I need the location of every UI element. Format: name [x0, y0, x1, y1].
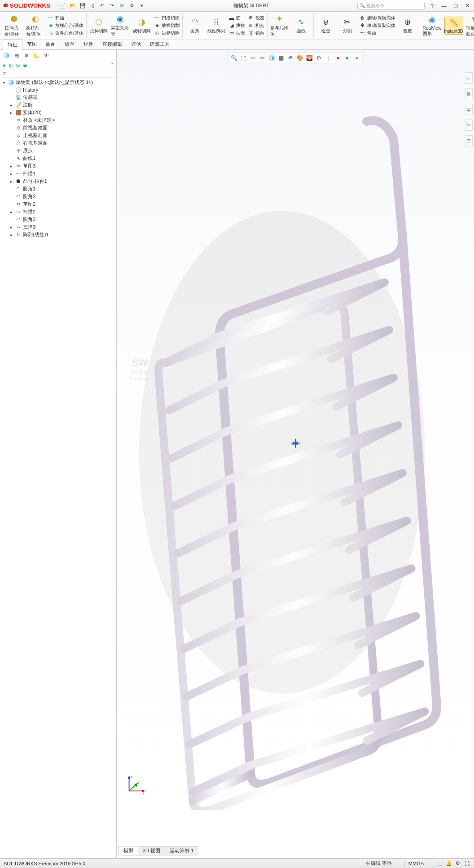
tree-node[interactable]: ◇上视基准面 — [0, 132, 116, 139]
tree-node[interactable]: ✏草图2 — [0, 200, 116, 208]
status-icon1[interactable]: ⬚ — [436, 860, 443, 867]
revolve-boss-button[interactable]: ◐旋转凸台/基体 — [26, 13, 45, 37]
loft-button[interactable]: ◈放样凸台/基体 — [48, 22, 83, 29]
print-icon[interactable]: 🖨 — [89, 2, 96, 9]
fm-tool4-icon[interactable]: ◉ — [23, 62, 27, 68]
wrap-button[interactable]: ⊕包覆 — [248, 14, 264, 22]
split-button[interactable]: ✂分割 — [338, 17, 357, 34]
rebuild-icon[interactable]: ⟳ — [118, 2, 126, 9]
fm-tree-icon[interactable]: 🧊 — [3, 51, 11, 59]
fm-tool2-icon[interactable]: ◍ — [9, 62, 13, 68]
fm-tool1-icon[interactable]: ● — [3, 62, 6, 68]
combine-button[interactable]: ⊎组合 — [316, 17, 335, 34]
tab-model[interactable]: 模型 — [118, 846, 138, 855]
fm-display-icon[interactable]: 👁 — [42, 51, 50, 59]
maximize-icon[interactable]: ▢ — [452, 2, 460, 9]
boundary-cut-button[interactable]: ◇边界切除 — [154, 30, 180, 37]
tree-node[interactable]: ◇右视基准面 — [0, 139, 116, 147]
boundary-button[interactable]: ◇边界凸台/基体 — [48, 30, 83, 37]
tab-3dview[interactable]: 3D 视图 — [138, 846, 165, 855]
options-icon[interactable]: ⚙ — [128, 2, 136, 9]
flex-button[interactable]: 〜弯曲 — [360, 30, 395, 37]
instant3d-button[interactable]: 📏Instant3D — [444, 17, 463, 35]
task-home-icon[interactable]: ⌂ — [465, 72, 473, 84]
status-units[interactable]: MMGS — [404, 861, 427, 866]
mirror-button[interactable]: ▯▯镜向 — [248, 30, 264, 37]
intersect-button[interactable]: ⊗相交 — [248, 22, 264, 29]
graphics-viewport[interactable]: 🔍 ⬚ ↩ ✂ 🧊 ▦ 👁 🎨 🌄 ⚙ | ● ● ● SW 研习社 Solid… — [117, 50, 474, 858]
ribbon-tab-2[interactable]: 曲面 — [41, 40, 60, 49]
tree-node[interactable]: ◠圆角3 — [0, 216, 116, 223]
tree-node[interactable]: ▸〰扫描3 — [0, 223, 116, 231]
view-triad[interactable]: z x y — [125, 774, 146, 795]
tree-node[interactable]: ∿曲线1 — [0, 155, 116, 162]
tree-root[interactable]: ▾ 🧊 储物架 (默认<<默认>_显示状态 1>) — [0, 79, 116, 86]
tree-node[interactable]: ▸⬢凸台-拉伸1 — [0, 177, 116, 185]
task-custom-icon[interactable]: ✎ — [465, 120, 473, 131]
ribbon-tab-0[interactable]: 特征 — [3, 40, 22, 50]
ribbon-tab-3[interactable]: 钣金 — [60, 40, 79, 49]
draft-button[interactable]: ◢拔模 — [228, 22, 245, 29]
search-commands[interactable]: 🔍 搜索命令 — [357, 2, 425, 10]
redo-icon[interactable]: ↷ — [109, 2, 116, 9]
fillet-button[interactable]: ◠圆角 — [185, 17, 204, 34]
ribbon-tab-1[interactable]: 草图 — [22, 40, 41, 49]
fm-property-icon[interactable]: ▤ — [13, 51, 21, 59]
ribbon-tab-4[interactable]: 焊件 — [79, 40, 98, 49]
fm-config-icon[interactable]: ⚙ — [22, 51, 31, 59]
dropdown-icon[interactable]: ▾ — [138, 2, 145, 9]
revolve-cut-button[interactable]: ◑旋转切除 — [132, 17, 151, 34]
sweep-cut-button[interactable]: 〰扫描切除 — [154, 14, 180, 22]
minimize-icon[interactable]: — — [440, 2, 448, 9]
task-forum-icon[interactable]: ☰ — [465, 135, 473, 146]
move-copy-button[interactable]: ✥移动/复制实体 — [360, 22, 395, 29]
tree-node[interactable]: ▸〰扫描2 — [0, 208, 116, 216]
delete-body-button[interactable]: 🗑删除/保留实体 — [360, 14, 395, 22]
status-icon3[interactable]: ⚙ — [454, 860, 461, 867]
tree-node[interactable]: ◠圆角2 — [0, 193, 116, 200]
undo-icon[interactable]: ↶ — [99, 2, 106, 9]
ribbon-tab-6[interactable]: 评估 — [127, 40, 145, 49]
fm-expand-icon[interactable]: ˅ — [111, 62, 114, 68]
open-icon[interactable]: 📂 — [69, 2, 76, 9]
tree-node[interactable]: 🕘History — [0, 86, 116, 93]
fm-dim-icon[interactable]: 📐 — [32, 51, 40, 59]
task-appearance-icon[interactable]: ◒ — [465, 104, 473, 115]
realview-button[interactable]: ◉RealView 图形 — [423, 14, 442, 37]
fm-tool3-icon[interactable]: ◎ — [16, 62, 20, 68]
ribbon-tab-7[interactable]: 建筑工具 — [145, 40, 174, 49]
feature-name-button[interactable]: ✿特征名裁截头 — [466, 13, 474, 37]
fm-toolbar: ● ◍ ◎ ◉ ˅ — [0, 61, 116, 70]
status-maximize-icon[interactable]: ⛶ — [463, 860, 470, 867]
loft-cut-button[interactable]: ◈放样切割 — [154, 22, 180, 29]
new-icon[interactable]: 📄 — [59, 2, 66, 9]
curves-button[interactable]: ∿曲线 — [292, 17, 311, 34]
extrude-boss-button[interactable]: ⬢拉伸凸台/基体 — [4, 13, 23, 37]
tree-node[interactable]: 📡传感器 — [0, 93, 116, 101]
fm-filter[interactable]: ▽ — [0, 70, 116, 78]
tree-node[interactable]: ▸📝注解 — [0, 101, 116, 109]
tree-node[interactable]: ◠圆角1 — [0, 185, 116, 193]
tree-node[interactable]: ≋材质 <未指定> — [0, 116, 116, 124]
tree-node[interactable]: ▸🟫实体(28) — [0, 109, 116, 116]
status-icon2[interactable]: 🔔 — [445, 860, 452, 867]
tab-motion[interactable]: 运动算例 1 — [165, 846, 198, 855]
close-icon[interactable]: ✕ — [463, 2, 471, 9]
hole-wizard-button[interactable]: ◉异型孔向导 — [111, 13, 130, 37]
task-design-icon[interactable]: ▦ — [465, 88, 473, 99]
rib-button[interactable]: ▬筋 — [228, 14, 245, 22]
tree-node[interactable]: ▸✏草图3 — [0, 162, 116, 170]
tree-node[interactable]: ▸⁞⁞阵列(线性)1 — [0, 231, 116, 239]
ribbon-tab-5[interactable]: 直接编辑 — [98, 40, 127, 49]
tree-node[interactable]: ▸〰扫描1 — [0, 170, 116, 177]
shell-button[interactable]: ▭抽壳 — [228, 30, 245, 37]
wrap2-button[interactable]: ⊕包覆 — [398, 17, 417, 34]
ref-geometry-button[interactable]: ✦参考几何体 — [270, 13, 289, 37]
help-icon[interactable]: ? — [428, 2, 436, 9]
sweep-button[interactable]: 〰扫描 — [48, 14, 83, 22]
tree-node[interactable]: ⊹原点 — [0, 147, 116, 155]
save-icon[interactable]: 💾 — [79, 2, 86, 9]
linear-pattern-button[interactable]: ⁞⁞线性阵列 — [207, 17, 226, 34]
extrude-cut-button[interactable]: ⬡拉伸切除 — [89, 17, 108, 34]
tree-node[interactable]: ◇前视基准面 — [0, 124, 116, 132]
